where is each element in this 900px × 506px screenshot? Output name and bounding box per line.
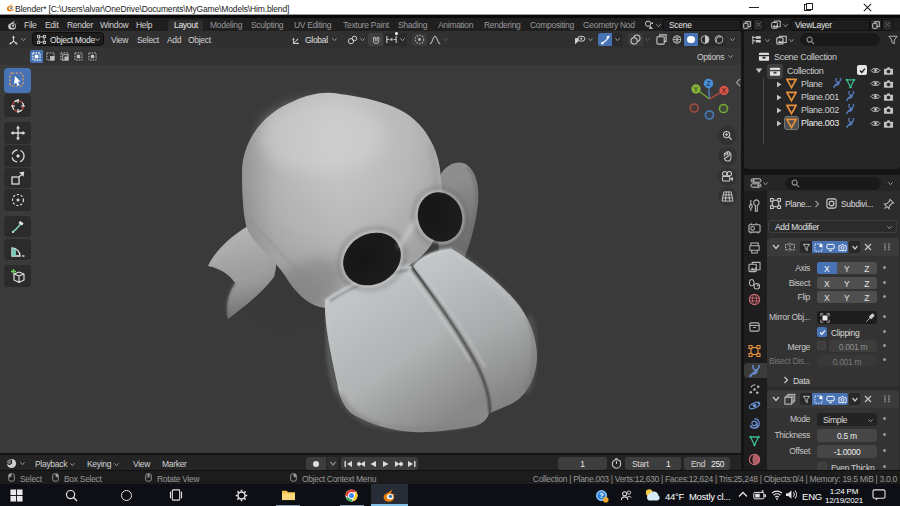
svg-text:X: X <box>722 87 727 94</box>
svg-text:Y: Y <box>694 86 699 93</box>
svg-text:Z: Z <box>707 80 711 87</box>
